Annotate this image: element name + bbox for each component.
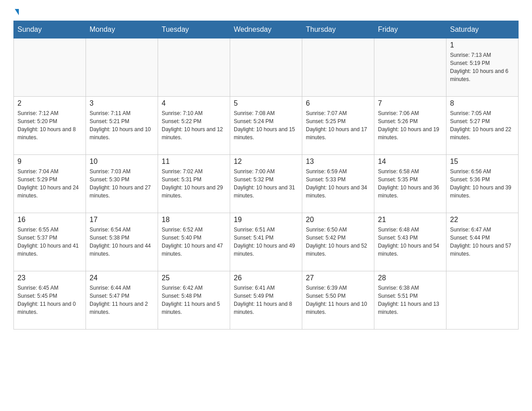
calendar-cell: 4Sunrise: 7:10 AM Sunset: 5:22 PM Daylig… [158,97,230,155]
day-number: 7 [378,99,442,107]
day-info: Sunrise: 7:11 AM Sunset: 5:21 PM Dayligh… [90,109,154,141]
day-info: Sunrise: 6:50 AM Sunset: 5:42 PM Dayligh… [306,226,370,258]
day-number: 12 [234,158,298,166]
calendar-cell: 1Sunrise: 7:13 AM Sunset: 5:19 PM Daylig… [446,39,519,97]
calendar-week-row: 23Sunrise: 6:45 AM Sunset: 5:45 PM Dayli… [14,271,519,330]
calendar-cell: 9Sunrise: 7:04 AM Sunset: 5:29 PM Daylig… [14,155,86,213]
calendar-week-row: 1Sunrise: 7:13 AM Sunset: 5:19 PM Daylig… [14,39,519,97]
day-number: 8 [450,99,515,107]
day-info: Sunrise: 7:04 AM Sunset: 5:29 PM Dayligh… [17,167,82,200]
calendar-header-row: SundayMondayTuesdayWednesdayThursdayFrid… [14,21,519,39]
logo-triangle-icon [15,9,19,15]
day-number: 28 [378,274,442,282]
calendar-cell [374,39,446,97]
calendar-cell: 18Sunrise: 6:52 AM Sunset: 5:40 PM Dayli… [158,213,230,271]
calendar-cell: 12Sunrise: 7:00 AM Sunset: 5:32 PM Dayli… [230,155,302,213]
day-number: 1 [450,41,515,49]
calendar-cell: 2Sunrise: 7:12 AM Sunset: 5:20 PM Daylig… [14,97,86,155]
day-info: Sunrise: 6:41 AM Sunset: 5:49 PM Dayligh… [234,284,298,316]
day-info: Sunrise: 7:13 AM Sunset: 5:19 PM Dayligh… [450,51,515,83]
calendar-cell: 16Sunrise: 6:55 AM Sunset: 5:37 PM Dayli… [14,213,86,271]
day-info: Sunrise: 7:08 AM Sunset: 5:24 PM Dayligh… [234,109,298,141]
day-of-week-header: Wednesday [230,21,302,39]
calendar-cell: 28Sunrise: 6:38 AM Sunset: 5:51 PM Dayli… [374,271,446,330]
day-info: Sunrise: 6:38 AM Sunset: 5:51 PM Dayligh… [378,284,442,316]
day-info: Sunrise: 6:59 AM Sunset: 5:33 PM Dayligh… [306,167,370,200]
calendar-cell: 5Sunrise: 7:08 AM Sunset: 5:24 PM Daylig… [230,97,302,155]
day-info: Sunrise: 7:05 AM Sunset: 5:27 PM Dayligh… [450,109,515,141]
day-info: Sunrise: 7:02 AM Sunset: 5:31 PM Dayligh… [162,167,226,200]
day-number: 5 [234,99,298,107]
calendar-cell: 15Sunrise: 6:56 AM Sunset: 5:36 PM Dayli… [446,155,519,213]
calendar-cell: 14Sunrise: 6:58 AM Sunset: 5:35 PM Dayli… [374,155,446,213]
calendar-cell: 13Sunrise: 6:59 AM Sunset: 5:33 PM Dayli… [302,155,374,213]
day-number: 6 [306,99,370,107]
calendar-week-row: 9Sunrise: 7:04 AM Sunset: 5:29 PM Daylig… [14,155,519,213]
day-number: 16 [17,216,82,224]
calendar-cell: 23Sunrise: 6:45 AM Sunset: 5:45 PM Dayli… [14,271,86,330]
calendar-cell: 17Sunrise: 6:54 AM Sunset: 5:38 PM Dayli… [86,213,158,271]
calendar-cell [14,39,86,97]
day-number: 10 [90,158,154,166]
day-of-week-header: Friday [374,21,446,39]
day-number: 17 [90,216,154,224]
day-of-week-header: Thursday [302,21,374,39]
day-number: 19 [234,216,298,224]
logo [13,9,19,16]
day-info: Sunrise: 6:58 AM Sunset: 5:35 PM Dayligh… [378,167,442,200]
day-number: 9 [17,158,82,166]
day-info: Sunrise: 6:39 AM Sunset: 5:50 PM Dayligh… [306,284,370,316]
calendar-table: SundayMondayTuesdayWednesdayThursdayFrid… [13,21,519,330]
day-number: 24 [90,274,154,282]
day-number: 23 [17,274,82,282]
calendar-cell [158,39,230,97]
calendar-cell: 21Sunrise: 6:48 AM Sunset: 5:43 PM Dayli… [374,213,446,271]
day-info: Sunrise: 7:06 AM Sunset: 5:26 PM Dayligh… [378,109,442,141]
day-of-week-header: Sunday [14,21,86,39]
day-number: 21 [378,216,442,224]
calendar-week-row: 2Sunrise: 7:12 AM Sunset: 5:20 PM Daylig… [14,97,519,155]
day-info: Sunrise: 6:45 AM Sunset: 5:45 PM Dayligh… [17,284,82,316]
day-info: Sunrise: 7:10 AM Sunset: 5:22 PM Dayligh… [162,109,226,141]
day-number: 14 [378,158,442,166]
day-number: 13 [306,158,370,166]
day-info: Sunrise: 6:52 AM Sunset: 5:40 PM Dayligh… [162,226,226,258]
calendar-cell [302,39,374,97]
day-number: 18 [162,216,226,224]
day-number: 15 [450,158,515,166]
day-of-week-header: Monday [86,21,158,39]
calendar-cell: 8Sunrise: 7:05 AM Sunset: 5:27 PM Daylig… [446,97,519,155]
day-number: 2 [17,99,82,107]
calendar-week-row: 16Sunrise: 6:55 AM Sunset: 5:37 PM Dayli… [14,213,519,271]
day-info: Sunrise: 7:03 AM Sunset: 5:30 PM Dayligh… [90,167,154,200]
calendar-cell: 27Sunrise: 6:39 AM Sunset: 5:50 PM Dayli… [302,271,374,330]
calendar-cell: 6Sunrise: 7:07 AM Sunset: 5:25 PM Daylig… [302,97,374,155]
day-info: Sunrise: 6:44 AM Sunset: 5:47 PM Dayligh… [90,284,154,316]
day-of-week-header: Saturday [446,21,519,39]
day-info: Sunrise: 7:12 AM Sunset: 5:20 PM Dayligh… [17,109,82,141]
day-number: 26 [234,274,298,282]
day-info: Sunrise: 6:54 AM Sunset: 5:38 PM Dayligh… [90,226,154,258]
day-number: 27 [306,274,370,282]
calendar-cell: 7Sunrise: 7:06 AM Sunset: 5:26 PM Daylig… [374,97,446,155]
day-number: 4 [162,99,226,107]
calendar-cell: 3Sunrise: 7:11 AM Sunset: 5:21 PM Daylig… [86,97,158,155]
day-info: Sunrise: 7:07 AM Sunset: 5:25 PM Dayligh… [306,109,370,141]
calendar-cell [86,39,158,97]
calendar-cell [446,271,519,330]
calendar-cell: 25Sunrise: 6:42 AM Sunset: 5:48 PM Dayli… [158,271,230,330]
day-info: Sunrise: 6:47 AM Sunset: 5:44 PM Dayligh… [450,226,515,258]
calendar-cell: 26Sunrise: 6:41 AM Sunset: 5:49 PM Dayli… [230,271,302,330]
day-info: Sunrise: 6:56 AM Sunset: 5:36 PM Dayligh… [450,167,515,200]
day-number: 11 [162,158,226,166]
day-number: 20 [306,216,370,224]
day-info: Sunrise: 6:51 AM Sunset: 5:41 PM Dayligh… [234,226,298,258]
day-number: 3 [90,99,154,107]
day-info: Sunrise: 6:55 AM Sunset: 5:37 PM Dayligh… [17,226,82,258]
calendar-cell [230,39,302,97]
calendar-cell: 11Sunrise: 7:02 AM Sunset: 5:31 PM Dayli… [158,155,230,213]
day-info: Sunrise: 6:42 AM Sunset: 5:48 PM Dayligh… [162,284,226,316]
calendar-cell: 20Sunrise: 6:50 AM Sunset: 5:42 PM Dayli… [302,213,374,271]
day-info: Sunrise: 7:00 AM Sunset: 5:32 PM Dayligh… [234,167,298,200]
calendar-cell: 22Sunrise: 6:47 AM Sunset: 5:44 PM Dayli… [446,213,519,271]
